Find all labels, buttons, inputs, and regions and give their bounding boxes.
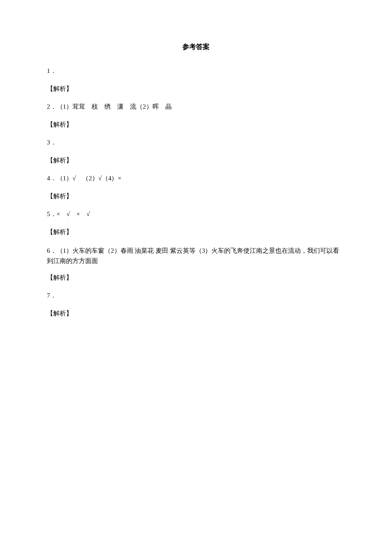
answer-number: 5． xyxy=(47,211,57,217)
answer-number: 7． xyxy=(47,292,57,299)
explain-label-7: 【解析】 xyxy=(47,309,345,318)
answer-content: （1）火车的车窗（2）春雨 油菜花 麦田 紫云英等（3）火车的飞奔使江南之景也在… xyxy=(47,247,339,264)
answer-number: 2． xyxy=(47,103,57,110)
answer-content: （1）茸茸 枝 绣 潇 流（2）晖 晶 xyxy=(57,103,172,110)
answer-item-1: 1． xyxy=(47,66,345,75)
explain-label-1: 【解析】 xyxy=(47,85,345,93)
answer-number: 6． xyxy=(47,247,57,254)
answer-item-5: 5．× √ × √ xyxy=(47,210,345,219)
answer-item-4: 4．（1）√ （2）√（4）× xyxy=(47,174,345,183)
explain-label-3: 【解析】 xyxy=(47,156,345,165)
explain-label-2: 【解析】 xyxy=(47,121,345,129)
answer-number: 1． xyxy=(47,67,57,74)
answer-content: × √ × √ xyxy=(57,211,90,217)
answer-item-3: 3． xyxy=(47,138,345,147)
explain-label-6: 【解析】 xyxy=(47,274,345,282)
explain-label-4: 【解析】 xyxy=(47,192,345,200)
answer-number: 3． xyxy=(47,139,57,146)
page-title: 参考答案 xyxy=(47,43,345,52)
explain-label-5: 【解析】 xyxy=(47,228,345,236)
answer-content: （1）√ （2）√（4）× xyxy=(57,175,121,182)
answer-number: 4． xyxy=(47,175,57,182)
answer-item-2: 2．（1）茸茸 枝 绣 潇 流（2）晖 晶 xyxy=(47,102,345,111)
answer-item-6: 6．（1）火车的车窗（2）春雨 油菜花 麦田 紫云英等（3）火车的飞奔使江南之景… xyxy=(47,246,345,266)
answer-item-7: 7． xyxy=(47,291,345,300)
